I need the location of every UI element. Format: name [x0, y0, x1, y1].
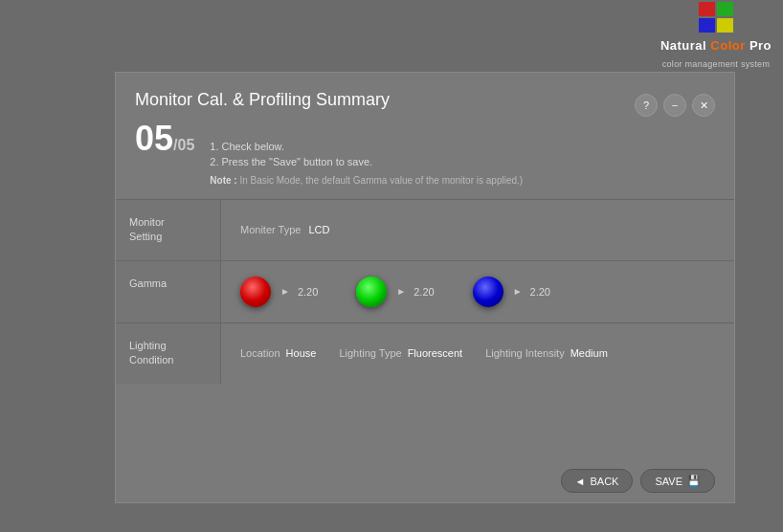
gamma-section: Gamma ► 2.20 ► 2.20 ► 2.20 — [116, 261, 734, 323]
note-bold: Note : — [210, 175, 236, 186]
instruction-1: 1. Check below. — [210, 141, 523, 152]
back-button[interactable]: ◄ BACK — [561, 469, 634, 493]
location-value: House — [286, 347, 317, 359]
step-indicator: 05/05 1. Check below. 2. Press the "Save… — [135, 122, 635, 186]
instruction-2: 2. Press the "Save" button to save. — [210, 156, 523, 167]
lighting-section: LightingCondition Location House Lightin… — [116, 323, 734, 384]
help-icon: ? — [643, 100, 649, 111]
lighting-type-label: Lighting Type — [339, 347, 401, 359]
logo-icon — [699, 2, 733, 33]
note-line: Note : In Basic Mode, the default Gamma … — [210, 175, 523, 186]
gamma-item-red: ► 2.20 — [240, 277, 318, 307]
step-number: 05/05 — [135, 122, 194, 156]
monitor-setting-label: MonitorSetting — [116, 200, 221, 260]
lighting-intensity-label: Lighting Intensity — [485, 347, 565, 359]
monitor-setting-section: MonitorSetting Moniter Type LCD — [116, 200, 734, 261]
lighting-label: LightingCondition — [116, 323, 221, 384]
step-current: 05 — [135, 119, 173, 158]
lighting-items: Location House Lighting Type Fluorescent… — [240, 347, 627, 359]
save-label: SAVE — [655, 476, 682, 487]
back-label: BACK — [591, 476, 619, 487]
logo-color-text: Color — [710, 38, 745, 53]
gamma-label: Gamma — [116, 261, 221, 322]
header-icons: ? − ✕ — [635, 94, 715, 117]
green-gamma-value: 2.20 — [414, 286, 434, 298]
red-gamma-value: 2.20 — [298, 286, 318, 298]
logo-area: Natural Color Pro color management syste… — [649, 0, 783, 72]
monitor-setting-content: Moniter Type LCD — [221, 200, 734, 260]
blue-circle — [473, 277, 503, 307]
logo-title: Natural Color Pro — [660, 38, 772, 53]
monitor-type-value: LCD — [308, 224, 329, 235]
logo-sq-green — [717, 2, 733, 16]
card-header: Monitor Cal. & Profiling Summary 05/05 1… — [116, 73, 734, 200]
blue-gamma-value: 2.20 — [530, 286, 550, 298]
close-button[interactable]: ✕ — [692, 94, 715, 117]
back-arrow-icon: ◄ — [575, 476, 586, 487]
card-footer: ◄ BACK SAVE 💾 — [116, 459, 734, 502]
gamma-item-blue: ► 2.20 — [473, 277, 550, 307]
lighting-type-value: Fluorescent — [408, 347, 462, 359]
logo-sq-red — [699, 2, 715, 16]
step-total: /05 — [173, 137, 194, 153]
gamma-items: ► 2.20 ► 2.20 ► 2.20 — [240, 277, 550, 307]
main-card: Monitor Cal. & Profiling Summary 05/05 1… — [115, 72, 735, 503]
save-button[interactable]: SAVE 💾 — [640, 469, 715, 493]
gamma-content: ► 2.20 ► 2.20 ► 2.20 — [221, 261, 734, 322]
green-circle — [356, 277, 387, 307]
lighting-content: Location House Lighting Type Fluorescent… — [221, 323, 734, 384]
red-circle — [240, 277, 271, 307]
blue-arrow: ► — [513, 286, 523, 297]
logo-sq-blue — [699, 18, 715, 33]
step-instructions: 1. Check below. 2. Press the "Save" butt… — [210, 141, 523, 186]
save-disk-icon: 💾 — [687, 475, 701, 487]
help-button[interactable]: ? — [635, 94, 658, 117]
close-icon: ✕ — [700, 100, 708, 112]
logo-subtitle: color management system — [662, 59, 770, 69]
lighting-intensity-value: Medium — [570, 347, 608, 359]
monitor-type-label: Moniter Type — [240, 224, 301, 235]
location-label: Location — [240, 347, 280, 359]
card-title: Monitor Cal. & Profiling Summary — [135, 90, 635, 110]
gamma-item-green: ► 2.20 — [356, 277, 434, 307]
minimize-button[interactable]: − — [663, 94, 686, 117]
logo-sq-yellow — [717, 18, 733, 33]
red-arrow: ► — [280, 286, 290, 297]
header-left: Monitor Cal. & Profiling Summary 05/05 1… — [135, 90, 635, 186]
note-text: In Basic Mode, the default Gamma value o… — [239, 175, 523, 186]
green-arrow: ► — [396, 286, 406, 297]
minimize-icon: − — [672, 100, 678, 111]
